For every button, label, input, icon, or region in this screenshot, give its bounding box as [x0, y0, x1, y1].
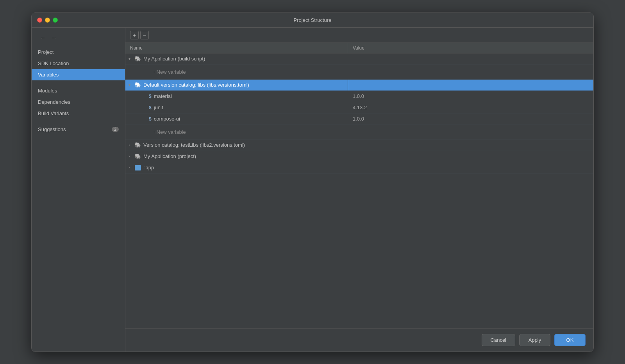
- cancel-button[interactable]: Cancel: [482, 334, 515, 346]
- sidebar-item-variables[interactable]: Variables: [32, 69, 125, 80]
- sidebar-item-build-variants[interactable]: Build Variants: [32, 108, 125, 119]
- maximize-button[interactable]: [53, 18, 58, 23]
- tree-area[interactable]: ▾ 🐘 My Application (build script) +New v…: [125, 53, 593, 328]
- traffic-lights: [37, 18, 58, 23]
- tree-row-my-app-project[interactable]: › 🐘 My Application (project): [125, 151, 593, 162]
- column-value-header: Value: [348, 43, 593, 53]
- project-structure-dialog: Project Structure ← → Project SDK Locati…: [31, 12, 594, 352]
- dollar-icon-junit: $: [149, 105, 152, 110]
- folder-icon-app: [135, 165, 141, 170]
- dollar-icon-material: $: [149, 94, 152, 99]
- tree-row-new-variable-build[interactable]: +New variable: [125, 65, 593, 80]
- row-label-test: Version catalog: testLibs (libs2.version…: [143, 142, 245, 148]
- gradle-icon: 🐘: [135, 56, 141, 62]
- tree-row-junit[interactable]: $ junit 4.13.2: [125, 102, 593, 114]
- new-variable-label-catalog[interactable]: +New variable: [149, 127, 191, 137]
- row-value-junit: 4.13.2: [348, 103, 593, 112]
- tree-row-material[interactable]: $ material 1.0.0: [125, 91, 593, 102]
- gradle-icon-test: 🐘: [135, 142, 141, 148]
- add-variable-button[interactable]: +: [130, 31, 139, 39]
- row-label-compose: compose-ui: [154, 116, 180, 122]
- sidebar-item-modules[interactable]: Modules: [32, 85, 125, 96]
- expand-icon-app: ›: [125, 165, 133, 170]
- row-label-app: :app: [144, 165, 154, 170]
- dollar-icon-compose: $: [149, 116, 152, 122]
- content-area: + − Name Value ▾ 🐘 My Application (build…: [125, 28, 593, 352]
- row-value-material: 1.0.0: [348, 91, 593, 101]
- expand-icon-catalog: ▾: [125, 83, 133, 87]
- table-header: Name Value: [125, 43, 593, 53]
- forward-button[interactable]: →: [49, 34, 59, 42]
- back-button[interactable]: ←: [38, 34, 48, 42]
- row-label-project: My Application (project): [143, 153, 196, 159]
- main-content: ← → Project SDK Location Variables Modul…: [32, 28, 593, 352]
- expand-icon-test: ›: [125, 143, 133, 147]
- tree-row-new-variable-catalog[interactable]: +New variable: [125, 125, 593, 140]
- close-button[interactable]: [37, 18, 42, 23]
- remove-variable-button[interactable]: −: [140, 31, 149, 39]
- row-label: My Application (build script): [143, 56, 205, 62]
- apply-button[interactable]: Apply: [519, 334, 550, 346]
- tree-row-default-catalog[interactable]: ▾ 🐘 Default version catalog: libs (libs.…: [125, 80, 593, 91]
- gradle-icon-project: 🐘: [135, 153, 141, 160]
- new-variable-label-build[interactable]: +New variable: [149, 67, 191, 77]
- tree-row-version-catalog-test[interactable]: › 🐘 Version catalog: testLibs (libs2.ver…: [125, 140, 593, 151]
- expand-icon-project: ›: [125, 154, 133, 158]
- dialog-title: Project Structure: [294, 17, 332, 23]
- sidebar-nav: ← →: [32, 32, 125, 46]
- sidebar: ← → Project SDK Location Variables Modul…: [32, 28, 125, 352]
- gradle-icon-catalog: 🐘: [135, 82, 141, 88]
- column-name-header: Name: [125, 43, 348, 53]
- row-label-catalog: Default version catalog: libs (libs.vers…: [143, 82, 249, 88]
- tree-row-app[interactable]: › :app: [125, 162, 593, 174]
- expand-icon: ▾: [125, 57, 133, 61]
- row-value-compose: 1.0.0: [348, 114, 593, 124]
- row-label-junit: junit: [154, 105, 163, 110]
- row-label-material: material: [154, 93, 172, 99]
- toolbar: + −: [125, 28, 593, 43]
- sidebar-item-suggestions[interactable]: Suggestions 2: [32, 124, 125, 135]
- tree-row-my-app-build[interactable]: ▾ 🐘 My Application (build script): [125, 53, 593, 65]
- sidebar-item-sdk-location[interactable]: SDK Location: [32, 58, 125, 69]
- titlebar: Project Structure: [32, 13, 593, 28]
- minimize-button[interactable]: [45, 18, 50, 23]
- sidebar-item-project[interactable]: Project: [32, 46, 125, 58]
- suggestions-badge: 2: [112, 127, 119, 132]
- ok-button[interactable]: OK: [554, 334, 586, 346]
- sidebar-item-dependencies[interactable]: Dependencies: [32, 96, 125, 108]
- tree-row-compose-ui[interactable]: $ compose-ui 1.0.0: [125, 114, 593, 125]
- footer: Cancel Apply OK: [125, 328, 593, 352]
